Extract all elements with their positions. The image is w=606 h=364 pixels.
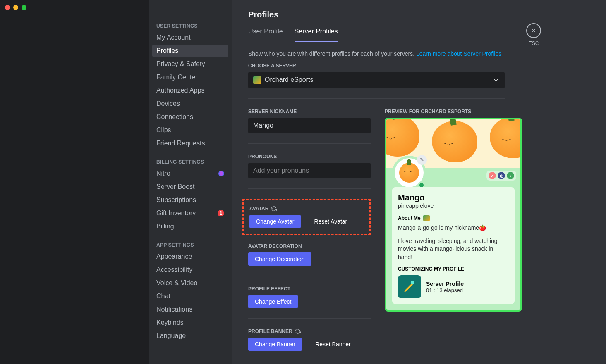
badge-icon: ✓ [489, 172, 496, 179]
sidebar-item-notifications[interactable]: Notifications [152, 303, 228, 316]
nickname-input-wrap [248, 118, 371, 133]
preview-label: Preview for Orchard eSports [385, 109, 522, 114]
banner-label: Profile Banner [248, 328, 371, 334]
preview-activity-time: 01 : 13 elapsed [426, 287, 464, 293]
change-decoration-button[interactable]: Change Decoration [248, 252, 311, 266]
sidebar-item-keybinds[interactable]: Keybinds [152, 316, 228, 329]
tab-user-profile[interactable]: User Profile [248, 28, 283, 42]
close-label: ESC [521, 40, 546, 46]
avatar-label: Avatar [249, 206, 364, 212]
user-settings-header: User Settings [152, 21, 228, 31]
close-window-dot[interactable] [5, 5, 10, 10]
close-icon [530, 27, 537, 34]
sidebar-item-chat[interactable]: Chat [152, 290, 228, 302]
preview-about-line2: I love traveling, sleeping, and watching… [398, 237, 509, 262]
avatar-highlight: Avatar Change Avatar Reset Avatar [242, 199, 371, 235]
preview-username: pineapplelove [398, 202, 509, 209]
sidebar-item-accessibility[interactable]: Accessibility [152, 264, 228, 276]
nickname-input[interactable] [253, 122, 366, 129]
left-background [0, 0, 149, 364]
sidebar-item-language[interactable]: Language [152, 330, 228, 342]
emoji-icon [423, 215, 430, 221]
settings-sidebar: User Settings My Account Profiles Privac… [149, 0, 232, 364]
reset-avatar-button[interactable]: Reset Avatar [307, 215, 354, 228]
preview-avatar-wrap[interactable]: ✎ [392, 156, 426, 190]
sidebar-item-subscriptions[interactable]: Subscriptions [152, 194, 228, 206]
mango-avatar-icon [399, 163, 419, 183]
sidebar-item-friend-requests[interactable]: Friend Requests [152, 137, 228, 150]
profile-preview-card: • ᴗ • • ᴗ • • ᴗ • ✎ ✓ [385, 118, 522, 312]
billing-settings-header: Billing Settings [152, 157, 228, 167]
content-divider [248, 98, 505, 99]
sidebar-item-family-center[interactable]: Family Center [152, 71, 228, 83]
decoration-label: Avatar Decoration [248, 243, 371, 249]
page-title: Profiles [248, 10, 505, 19]
preview-activity: Server Profile 01 : 13 elapsed [398, 275, 509, 298]
nitro-icon [218, 171, 224, 176]
change-banner-button[interactable]: Change Banner [248, 338, 302, 351]
sidebar-item-devices[interactable]: Devices [152, 98, 228, 110]
pencil-icon [398, 275, 421, 298]
sidebar-divider [156, 236, 224, 236]
server-selected-value: Orchard eSports [265, 76, 313, 83]
sidebar-item-clips[interactable]: Clips [152, 124, 228, 136]
main-content: Profiles User Profile Server Profiles Sh… [232, 0, 521, 364]
chevron-down-icon [492, 76, 500, 84]
reset-banner-button[interactable]: Reset Banner [309, 338, 357, 351]
window-traffic-lights [5, 5, 26, 10]
tab-server-profiles[interactable]: Server Profiles [295, 28, 338, 42]
sidebar-item-voice-video[interactable]: Voice & Video [152, 277, 228, 289]
sidebar-divider [156, 153, 224, 153]
sidebar-item-authorized-apps[interactable]: Authorized Apps [152, 84, 228, 97]
effect-label: Profile Effect [248, 286, 371, 292]
maximize-window-dot[interactable] [22, 5, 26, 10]
sidebar-item-server-boost[interactable]: Server Boost [152, 181, 228, 193]
sidebar-item-connections[interactable]: Connections [152, 111, 228, 123]
change-avatar-button[interactable]: Change Avatar [249, 215, 301, 228]
sidebar-item-billing[interactable]: Billing [152, 220, 228, 233]
choose-server-label: Choose a Server [248, 63, 505, 69]
server-icon [253, 76, 261, 84]
app-settings-header: App Settings [152, 240, 228, 250]
minimize-window-dot[interactable] [13, 5, 18, 10]
upload-avatar-icon[interactable]: ✎ [417, 155, 427, 165]
preview-customizing-label: Customizing My Profile [398, 266, 509, 272]
preview-name: Mango [398, 193, 509, 202]
preview-body: Mango pineapplelove About Me Mango-a-go-… [392, 187, 515, 304]
tab-description: Show who you are with different profiles… [248, 50, 505, 57]
close-settings-button[interactable] [526, 23, 541, 38]
preview-about-line1: Mango-a-go-go is my nickname🍅 [398, 224, 509, 232]
sidebar-item-profiles[interactable]: Profiles [152, 45, 228, 57]
sidebar-item-nitro[interactable]: Nitro [152, 167, 228, 180]
pronouns-input[interactable] [253, 167, 366, 174]
learn-more-link[interactable]: Learn more about Server Profiles [416, 50, 501, 57]
server-select[interactable]: Orchard eSports [248, 72, 505, 88]
badge-icon: ◐ [498, 172, 505, 179]
badge-icon: # [507, 172, 514, 179]
sidebar-item-privacy[interactable]: Privacy & Safety [152, 58, 228, 70]
pronouns-label: Pronouns [248, 154, 371, 159]
sidebar-item-my-account[interactable]: My Account [152, 31, 228, 44]
nickname-label: Server Nickname [248, 109, 371, 114]
gift-badge: 1 [218, 210, 224, 216]
refresh-icon [295, 328, 301, 334]
change-effect-button[interactable]: Change Effect [248, 295, 298, 308]
sidebar-item-appearance[interactable]: Appearance [152, 250, 228, 263]
pronouns-input-wrap [248, 163, 371, 178]
preview-activity-title: Server Profile [426, 281, 464, 287]
profile-badges: ✓ ◐ # [486, 171, 516, 181]
svg-point-0 [411, 281, 414, 285]
sidebar-item-gift-inventory[interactable]: Gift Inventory1 [152, 207, 228, 219]
profile-tabs: User Profile Server Profiles [248, 28, 505, 42]
preview-about-label: About Me [398, 215, 509, 221]
refresh-icon [271, 206, 277, 212]
